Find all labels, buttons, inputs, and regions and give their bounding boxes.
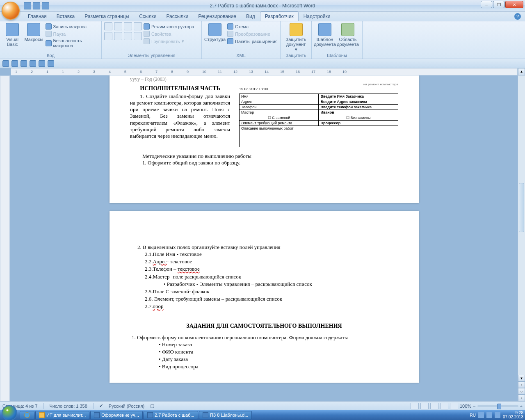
macro-security-button[interactable]: Безопасность макросов [46, 38, 99, 48]
full-screen-view-icon[interactable] [420, 403, 429, 409]
macros-button[interactable]: Макросы [24, 22, 43, 42]
tab-references[interactable]: Ссылки [134, 11, 161, 21]
bullet-item: • Номер заказа [159, 341, 398, 348]
zoom-level[interactable]: 100% [460, 404, 471, 409]
proofing-icon[interactable]: ✔ [99, 403, 103, 409]
group-templates-label: Шаблоны [314, 52, 360, 59]
close-button[interactable]: ✕ [505, 1, 523, 8]
bullet-item: • Дату заказа [159, 356, 398, 363]
browse-object-icon[interactable]: ○ [518, 388, 525, 395]
status-bar: Страница: 4 из 7 Число слов: 1 358 ✔ Рус… [0, 401, 525, 410]
form-datetime: 15.03.2012 13:00 [239, 86, 398, 92]
scroll-up-icon[interactable]: ▲ [518, 68, 525, 75]
zoom-slider[interactable] [477, 405, 518, 407]
tray-volume-icon[interactable] [495, 412, 500, 418]
next-page-icon[interactable]: ◦ [518, 395, 525, 401]
paragraph-task1: 1. Создайте шаблон-форму для заявки на р… [130, 93, 230, 140]
form-sample: на ремонт компьютера 15.03.2012 13:00 Им… [239, 82, 398, 147]
vertical-scrollbar[interactable]: ▲ ▼ ◦ ○ ◦ [518, 68, 525, 401]
method-heading: Методические указания по выполнению рабо… [142, 153, 398, 160]
list-item: 2.4.Мастер- поле раскрывающийся список [145, 273, 398, 281]
tab-addins[interactable]: Надстройки [299, 11, 336, 21]
taskbar-item[interactable]: Оформление уч... [90, 411, 143, 419]
draft-view-icon[interactable] [450, 403, 458, 409]
dropdown-icon[interactable] [48, 60, 54, 67]
tab-developer[interactable]: Разработчик [260, 11, 299, 21]
taskbar-item[interactable]: 2.7 Работа с шаб... [144, 411, 198, 419]
sub-bullet: • Разработчик - Элементы управления – ра… [145, 281, 398, 288]
document-template-button[interactable]: Шаблон документа [314, 22, 336, 47]
design-mode-button[interactable]: Режим конструктора [144, 23, 194, 30]
record-macro-button[interactable]: Запись макроса [46, 23, 99, 30]
group-code-label: Код [2, 52, 99, 59]
tab-mailings[interactable]: Рассылки [161, 11, 193, 21]
structure-button[interactable]: Структура [204, 22, 226, 42]
more-icon[interactable] [39, 60, 45, 67]
list-item: 2.6. Элемент, требующий замены – раскрыв… [145, 295, 398, 303]
qat-row [0, 59, 525, 68]
window-title: 2.7 Работа с шаблонами.docx - Microsoft … [0, 3, 525, 9]
list-item: 2.3.Телефон – текстовое [145, 265, 398, 273]
group-xml-label: XML [204, 52, 278, 59]
bullet-item: • Вид процессора [159, 363, 398, 370]
list-item: 2.7.орор [145, 303, 398, 310]
title-bar: 2.7 Работа с шаблонами.docx - Microsoft … [0, 0, 525, 11]
outline-view-icon[interactable] [440, 403, 448, 409]
pause-button: Пауза [46, 30, 99, 37]
expansion-packs-button[interactable]: Пакеты расширения [227, 38, 278, 45]
redo-icon[interactable] [21, 60, 27, 67]
list-item: 2.5.Поле С заменой- флажок [145, 288, 398, 295]
list-item: 2.1.Поле Имя - текстовое [145, 251, 398, 258]
document-area-button[interactable]: Область документа [337, 22, 358, 47]
horizontal-ruler[interactable]: 12112345678910111213141516171819 [11, 68, 518, 75]
properties-button: Свойства [144, 30, 194, 37]
tab-page-layout[interactable]: Разметка страницы [80, 11, 134, 21]
tray-icon[interactable] [478, 412, 484, 418]
page: yyyy – Год (2003) ИСПОЛНИТЕЛЬНАЯ ЧАСТЬ 1… [110, 75, 419, 203]
zoom-out-icon[interactable]: − [473, 404, 475, 409]
office-button[interactable] [2, 2, 20, 20]
method-item-1: 1. Оформите общий вид заявки по образцу. [142, 160, 398, 166]
save-icon[interactable] [2, 60, 9, 67]
taskbar-ie[interactable] [20, 411, 34, 419]
tab-review[interactable]: Рецензирование [193, 11, 241, 21]
protect-document-button[interactable]: Защитить документ ▾ [283, 22, 309, 52]
taskbar-item[interactable]: ИТ для вычислит... [35, 411, 89, 419]
restore-button[interactable]: ❐ [493, 1, 504, 8]
tray-language[interactable]: RU [470, 413, 475, 418]
qat-undo-icon[interactable] [33, 2, 40, 9]
status-language[interactable]: Русский (Россия) [109, 404, 144, 409]
document-area: ⌐ 12112345678910111213141516171819 yyyy … [0, 68, 518, 401]
scroll-down-icon[interactable]: ▼ [518, 375, 525, 381]
task1-text: 1. Оформить форму по комплектованию перс… [130, 330, 398, 341]
visual-basic-button[interactable]: Visual Basic [2, 22, 22, 47]
print-layout-view-icon[interactable] [411, 403, 419, 409]
vertical-ruler[interactable] [0, 75, 10, 401]
tab-home[interactable]: Главная [23, 11, 52, 21]
minimize-button[interactable]: – [481, 1, 492, 8]
controls-gallery[interactable] [104, 22, 142, 40]
taskbar-item[interactable]: ПЗ 8 Шаблоны.d... [199, 411, 252, 419]
scroll-thumb[interactable] [519, 183, 524, 232]
status-words[interactable]: Число слов: 1 358 [50, 404, 87, 409]
tab-view[interactable]: Вид [241, 11, 260, 21]
web-layout-view-icon[interactable] [430, 403, 438, 409]
group-controls-label: Элементы управления [104, 52, 199, 59]
heading-tasks: ЗАДАНИЯ ДЛЯ САМОСТОЯТЕЛЬНОГО ВЫПОЛНЕНИЯ [130, 323, 398, 329]
prev-page-icon[interactable]: ◦ [518, 381, 525, 388]
page-canvas[interactable]: yyyy – Год (2003) ИСПОЛНИТЕЛЬНАЯ ЧАСТЬ 1… [11, 75, 518, 401]
schema-button[interactable]: Схема [227, 23, 278, 30]
quick-print-icon[interactable] [30, 60, 36, 67]
group-protect-label: Защитить [283, 52, 309, 59]
qat-redo-icon[interactable] [42, 2, 49, 9]
qat-save-icon[interactable] [24, 2, 31, 9]
track-changes-icon[interactable]: ▢ [150, 403, 154, 409]
start-button[interactable] [2, 405, 17, 420]
zoom-in-icon[interactable]: + [520, 404, 523, 409]
tab-insert[interactable]: Вставка [52, 11, 80, 21]
tray-icon[interactable] [486, 412, 492, 418]
tray-clock[interactable]: 9:2807.02.2013 [503, 411, 523, 420]
undo-icon[interactable] [11, 60, 18, 67]
page: 2. В выделенных полях организуйте вставк… [110, 211, 419, 383]
help-icon[interactable]: ? [514, 13, 521, 20]
